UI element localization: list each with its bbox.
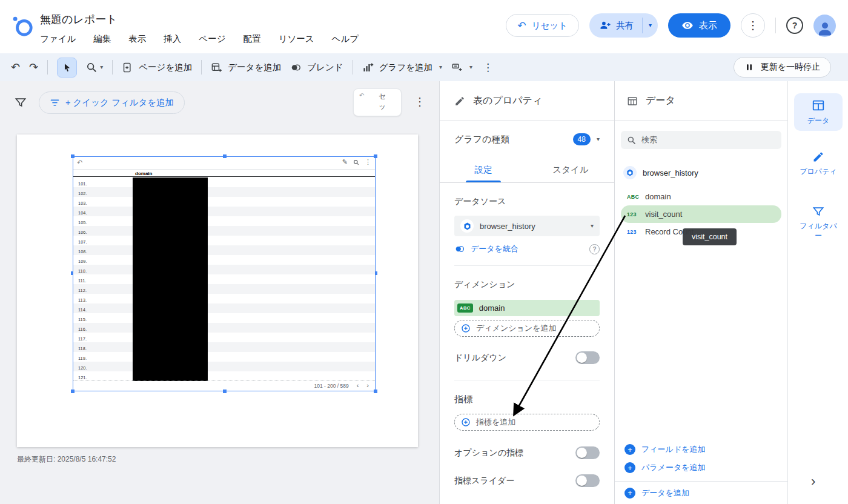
add-metric-button[interactable]: 指標を追加: [454, 414, 600, 431]
filter-list-icon: [50, 98, 60, 108]
data-source-selector[interactable]: browser_history ▾: [454, 216, 600, 236]
drilldown-toggle[interactable]: [575, 351, 600, 364]
reset-label: リセット: [532, 20, 568, 31]
data-source-name: browser_history: [480, 222, 535, 231]
chart-type-label: グラフの種類: [454, 134, 567, 145]
view-button[interactable]: 表示: [668, 13, 730, 38]
add-control-button[interactable]: ▾: [451, 62, 472, 73]
add-data-button[interactable]: データを追加: [211, 62, 281, 73]
metric-slider-toggle[interactable]: [575, 474, 600, 487]
add-data-button[interactable]: + データを追加: [615, 482, 787, 504]
add-page-button[interactable]: ページを追加: [122, 62, 192, 73]
blend-data-link[interactable]: データを統合: [471, 244, 518, 254]
add-page-label: ページを追加: [139, 62, 192, 73]
menu-ヘルプ[interactable]: ヘルプ: [332, 33, 359, 45]
row-number: 115.: [73, 317, 87, 322]
data-source-item[interactable]: browser_history: [615, 164, 787, 182]
chart-edit-icon[interactable]: ✎: [342, 158, 348, 166]
rail-tab-data[interactable]: データ: [794, 93, 843, 131]
optional-metrics-toggle[interactable]: [575, 446, 600, 459]
table-row: 120.: [73, 362, 375, 371]
rail-tab-properties[interactable]: プロパティ: [794, 145, 843, 182]
chart-type-count-badge: 48: [573, 133, 591, 145]
tab-setup[interactable]: 設定: [440, 158, 527, 182]
chart-undo-icon[interactable]: ↶: [77, 159, 82, 167]
row-number: 119.: [73, 356, 87, 361]
row-number: 116.: [73, 327, 87, 332]
dimension-label: ディメンション: [454, 279, 600, 290]
data-panel-footer: + フィールドを追加 + パラメータを追加 + データを追加: [615, 440, 787, 504]
add-quick-filter-button[interactable]: + クイック フィルタを追加: [39, 91, 185, 114]
reset-button[interactable]: ↶ リセット: [506, 14, 579, 37]
chart-zoom-icon[interactable]: [353, 159, 359, 165]
row-number: 107.: [73, 239, 87, 245]
collapse-panel-chevron[interactable]: ›: [811, 474, 815, 489]
column-header[interactable]: domain: [135, 171, 152, 176]
dimension-field-name: domain: [479, 303, 505, 313]
search-input[interactable]: 検索: [621, 131, 781, 149]
add-field-button[interactable]: + フィールドを追加: [615, 440, 787, 459]
undo-button[interactable]: ↶: [11, 62, 20, 73]
looker-studio-app: 無題のレポート ファイル編集表示挿入ページ配置リソースヘルプ ↶ リセット: [0, 0, 848, 504]
report-page[interactable]: ↶ ✎ ⋮ domain 101.10: [17, 134, 418, 447]
add-parameter-label: パラメータを追加: [641, 462, 706, 473]
menu-編集[interactable]: 編集: [93, 33, 111, 45]
rail-tab-filter-bar-label: フィルタバー: [797, 221, 840, 240]
chart-more-icon[interactable]: ⋮: [365, 158, 371, 166]
table-row: 119.: [73, 352, 375, 362]
menu-ページ[interactable]: ページ: [199, 33, 225, 45]
row-number: 106.: [73, 230, 87, 235]
control-add-icon: [451, 62, 463, 73]
next-page-icon[interactable]: ›: [366, 382, 369, 389]
table-header-row: domain: [73, 169, 375, 177]
add-chart-button[interactable]: グラフを追加 ▾: [362, 62, 442, 73]
menu-挿入[interactable]: 挿入: [164, 33, 181, 45]
row-number: 117.: [73, 336, 87, 342]
select-tool-button[interactable]: [57, 58, 77, 78]
blend-button[interactable]: ブレンド: [290, 62, 343, 73]
help-button[interactable]: ?: [786, 17, 803, 34]
menu-ファイル[interactable]: ファイル: [40, 33, 76, 45]
drag-tooltip: visit_count: [683, 228, 737, 245]
toolbar-more-button[interactable]: ⋮: [483, 61, 493, 74]
date-range-control[interactable]: ↶ セ ッ: [353, 88, 402, 116]
more-vert-icon: ⋮: [414, 96, 425, 108]
chart-toolbar: ↶ ✎ ⋮: [73, 157, 375, 169]
menu-配置[interactable]: 配置: [243, 33, 261, 45]
filter-bar-more-button[interactable]: ⋮: [414, 95, 425, 108]
chart-add-icon: [362, 62, 374, 73]
search-icon: [627, 136, 636, 145]
share-dropdown-button[interactable]: ▾: [643, 13, 658, 38]
share-button[interactable]: 共有 ▾: [589, 13, 658, 38]
user-avatar[interactable]: [813, 15, 836, 37]
tab-style[interactable]: スタイル: [527, 158, 614, 182]
looker-studio-logo[interactable]: [11, 15, 34, 38]
menu-表示[interactable]: 表示: [128, 33, 146, 45]
field-domain[interactable]: ABC domain: [621, 188, 781, 205]
add-dimension-button[interactable]: ディメンションを追加: [454, 320, 600, 337]
metric-label: 指標: [454, 394, 600, 405]
pause-updates-button[interactable]: 更新を一時停止: [734, 57, 831, 78]
field-visit-count[interactable]: 123 visit_count: [621, 205, 781, 223]
cursor-icon: [62, 62, 72, 73]
menu-リソース[interactable]: リソース: [279, 33, 314, 45]
redo-button[interactable]: ↷: [29, 62, 38, 73]
table-row: 109.: [73, 255, 375, 265]
row-number: 102.: [73, 191, 87, 196]
zoom-tool-button[interactable]: ▾: [86, 62, 103, 73]
metric-slider-label: 指標スライダー: [454, 476, 514, 486]
table-row: 105.: [73, 216, 375, 226]
page-add-icon: [122, 62, 133, 73]
dimension-chip-domain[interactable]: ABC domain: [454, 300, 600, 316]
header-more-button[interactable]: ⋮: [741, 13, 765, 38]
rail-tab-filter-bar[interactable]: フィルタバー: [794, 200, 843, 246]
help-icon[interactable]: ?: [589, 244, 600, 254]
filter-icon[interactable]: [15, 96, 27, 108]
help-icon: ?: [792, 21, 798, 30]
add-parameter-button[interactable]: + パラメータを追加: [615, 459, 787, 477]
person-icon: [816, 19, 834, 37]
prev-page-icon[interactable]: ‹: [357, 382, 359, 389]
chart-type-selector[interactable]: グラフの種類 48 ▾: [440, 121, 614, 158]
report-title[interactable]: 無題のレポート: [40, 12, 359, 27]
table-chart[interactable]: ↶ ✎ ⋮ domain 101.10: [73, 156, 376, 391]
